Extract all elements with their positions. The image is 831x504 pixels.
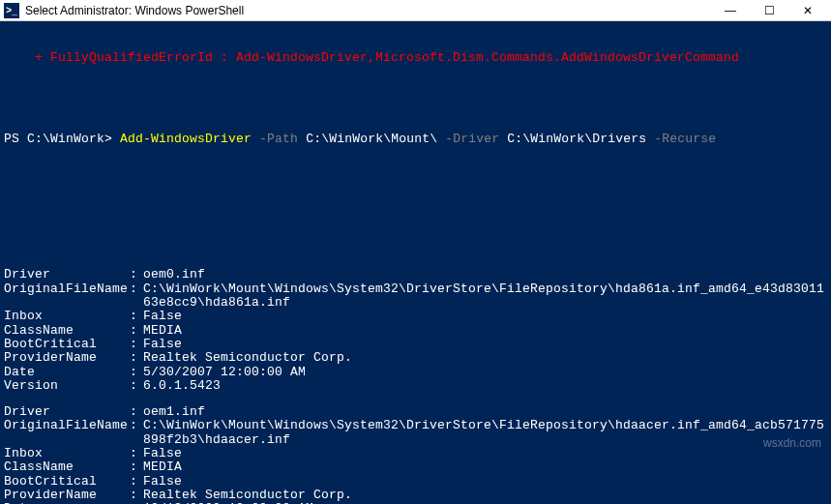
window-title: Select Administrator: Windows PowerShell <box>25 4 711 17</box>
field-providername: ProviderName:Realtek Semiconductor Corp. <box>4 351 827 365</box>
field-val: Realtek Semiconductor Corp. <box>143 351 827 365</box>
field-originalfilename: OriginalFileName:C:\WinWork\Mount\Window… <box>4 419 827 447</box>
field-key: ClassName <box>4 460 130 474</box>
terminal-output[interactable]: + FullyQualifiedErrorId : Add-WindowsDri… <box>0 21 831 504</box>
param-val-driver: C:\WinWork\Drivers <box>507 132 646 146</box>
field-key: Inbox <box>4 310 130 323</box>
field-val: MEDIA <box>143 460 827 474</box>
field-key: BootCritical <box>4 475 130 489</box>
field-key: BootCritical <box>4 338 130 351</box>
field-inbox: Inbox:False <box>4 447 827 460</box>
driver-block: Driver:oem0.infOriginalFileName:C:\WinWo… <box>4 268 827 393</box>
field-val: C:\WinWork\Mount\Windows\System32\Driver… <box>143 282 827 311</box>
window-controls: — ☐ ✕ <box>711 1 827 20</box>
error-line: + FullyQualifiedErrorId : Add-WindowsDri… <box>4 51 827 65</box>
field-version: Version:6.0.1.5423 <box>4 379 827 393</box>
field-driver: Driver:oem0.inf <box>4 268 827 282</box>
field-val: 5/30/2007 12:00:00 AM <box>143 366 827 379</box>
field-val: 6.0.1.5423 <box>143 379 827 393</box>
powershell-icon: >_ <box>4 3 19 18</box>
field-key: ProviderName <box>4 351 130 365</box>
field-val: False <box>143 447 827 460</box>
field-key: Driver <box>4 405 130 419</box>
maximize-button[interactable]: ☐ <box>750 1 788 20</box>
field-bootcritical: BootCritical:False <box>4 338 827 351</box>
field-key: Date <box>4 366 130 379</box>
driver-block: Driver:oem1.infOriginalFileName:C:\WinWo… <box>4 405 827 504</box>
field-val: oem1.inf <box>143 405 827 419</box>
field-key: Driver <box>4 268 130 282</box>
field-classname: ClassName:MEDIA <box>4 324 827 338</box>
field-val: Realtek Semiconductor Corp. <box>143 489 827 502</box>
field-bootcritical: BootCritical:False <box>4 475 827 489</box>
field-providername: ProviderName:Realtek Semiconductor Corp. <box>4 489 827 502</box>
field-key: OriginalFileName <box>4 419 130 447</box>
window-titlebar: >_ Select Administrator: Windows PowerSh… <box>0 0 831 21</box>
field-driver: Driver:oem1.inf <box>4 405 827 419</box>
cmdlet-name: Add-WindowsDriver <box>120 132 252 146</box>
param-flag-recurse: -Recurse <box>654 132 716 146</box>
param-val-path: C:\WinWork\Mount\ <box>306 132 437 146</box>
field-originalfilename: OriginalFileName:C:\WinWork\Mount\Window… <box>4 282 827 311</box>
minimize-button[interactable]: — <box>711 1 750 20</box>
field-val: False <box>143 475 827 489</box>
param-flag-driver: -Driver <box>445 132 499 146</box>
field-key: Inbox <box>4 447 130 460</box>
field-val: False <box>143 310 827 323</box>
field-val: oem0.inf <box>143 268 827 282</box>
field-key: ClassName <box>4 324 130 338</box>
field-val: False <box>143 338 827 351</box>
field-inbox: Inbox:False <box>4 310 827 323</box>
prompt-path: PS C:\WinWork> <box>4 132 112 146</box>
close-button[interactable]: ✕ <box>788 1 827 20</box>
field-classname: ClassName:MEDIA <box>4 460 827 474</box>
param-flag-path: -Path <box>259 132 298 146</box>
field-key: OriginalFileName <box>4 282 130 311</box>
command-line: PS C:\WinWork> Add-WindowsDriver -Path C… <box>4 133 827 146</box>
field-val: MEDIA <box>143 324 827 338</box>
watermark-text: wsxdn.com <box>763 436 821 450</box>
field-key: ProviderName <box>4 489 130 502</box>
field-date: Date:5/30/2007 12:00:00 AM <box>4 366 827 379</box>
field-key: Version <box>4 379 130 393</box>
field-val: C:\WinWork\Mount\Windows\System32\Driver… <box>143 419 827 447</box>
